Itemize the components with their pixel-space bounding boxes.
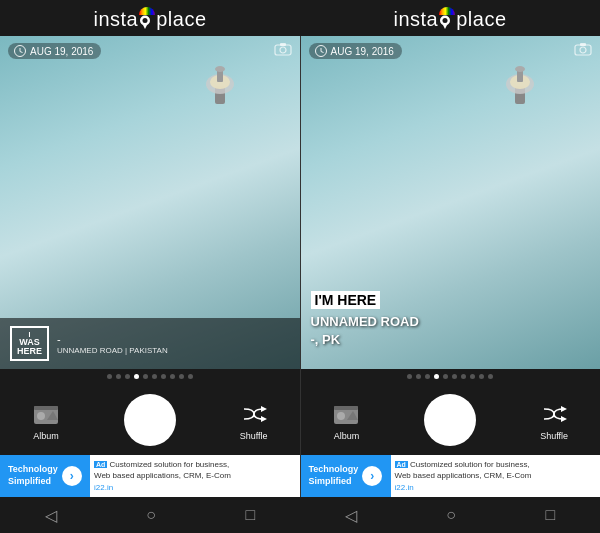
right-camera-overlay: I'M HERE UNNAMED ROAD -, PK (311, 291, 591, 349)
left-location-address: UNNAMED ROAD | PAKISTAN (57, 346, 168, 355)
right-recent-button[interactable]: □ (534, 502, 568, 528)
svg-rect-35 (334, 406, 358, 410)
right-panel: AUG 19, 2016 I'M HERE UNNAMED ROAD -, PK (300, 36, 601, 497)
svg-point-5 (443, 18, 448, 23)
right-location-name: UNNAMED ROAD (311, 313, 591, 331)
right-controls-row: Album Shuffle (301, 383, 601, 455)
dot (125, 374, 130, 379)
was-here-badge: I WAS HERE (10, 326, 49, 361)
dot (425, 374, 430, 379)
right-camera-view: AUG 19, 2016 I'M HERE UNNAMED ROAD -, PK (301, 36, 601, 369)
left-shuffle-button[interactable]: Shuffle (240, 400, 268, 441)
dot (461, 374, 466, 379)
right-location-sub: -, PK (311, 331, 591, 349)
svg-point-2 (143, 18, 148, 23)
svg-point-10 (215, 66, 225, 72)
right-shutter-button[interactable] (424, 394, 476, 446)
title-place-left: place (156, 8, 206, 31)
logo-rainbow-right (439, 7, 455, 15)
left-ad-badge: Ad (94, 461, 107, 468)
app-title-left: insta place (93, 8, 206, 31)
left-back-button[interactable]: ◁ (33, 502, 69, 529)
right-ad-left[interactable]: TechnologySimplified › (301, 455, 391, 497)
svg-rect-16 (280, 43, 286, 46)
svg-point-15 (280, 47, 286, 53)
svg-rect-18 (34, 406, 58, 410)
album-icon-left (32, 400, 60, 428)
right-ad-bar: TechnologySimplified › Ad Customized sol… (301, 455, 601, 497)
logo-pin-left (139, 15, 151, 29)
right-shuffle-label: Shuffle (540, 431, 568, 441)
left-camera-view: AUG 19, 2016 I WAS HERE (0, 36, 300, 369)
svg-marker-4 (442, 23, 448, 29)
dot (416, 374, 421, 379)
dot-active (134, 374, 139, 379)
camera-icon-left[interactable] (274, 42, 292, 60)
svg-point-32 (580, 47, 586, 53)
left-ad-left-text: TechnologySimplified (8, 464, 58, 487)
im-here-line: I'M HERE (311, 291, 381, 309)
clock-icon-right (315, 45, 327, 57)
left-location-dash: - (57, 333, 168, 345)
left-dots-row (0, 369, 300, 383)
dot (470, 374, 475, 379)
dot (488, 374, 493, 379)
shuffle-icon-right (540, 400, 568, 428)
svg-point-27 (515, 66, 525, 72)
left-ad-content: Ad Customized solution for business,Web … (90, 457, 300, 495)
dot (188, 374, 193, 379)
left-date-text: AUG 19, 2016 (30, 46, 93, 57)
app-title-right: insta place (393, 8, 506, 31)
album-icon-right (332, 400, 360, 428)
right-album-button[interactable]: Album (332, 400, 360, 441)
svg-marker-39 (561, 416, 567, 422)
svg-line-13 (20, 52, 23, 53)
title-insta-left: insta (93, 8, 138, 31)
dot (170, 374, 175, 379)
clock-icon-left (14, 45, 26, 57)
right-home-button[interactable]: ○ (434, 502, 468, 528)
shuffle-icon-left (240, 400, 268, 428)
svg-marker-38 (561, 406, 567, 412)
dot (152, 374, 157, 379)
right-dots-row (301, 369, 601, 383)
main-panels: AUG 19, 2016 I WAS HERE (0, 36, 600, 497)
logo-pin-right (439, 15, 451, 29)
right-ad-badge: Ad (395, 461, 408, 468)
left-album-button[interactable]: Album (32, 400, 60, 441)
left-shuffle-label: Shuffle (240, 431, 268, 441)
left-ad-bar: TechnologySimplified › Ad Customized sol… (0, 455, 300, 497)
badge-here: HERE (17, 347, 42, 356)
title-place-right: place (456, 8, 506, 31)
left-home-button[interactable]: ○ (134, 502, 168, 528)
svg-marker-22 (261, 416, 267, 422)
left-ad-arrow[interactable]: › (62, 466, 82, 486)
right-ad-domain: i22.in (395, 483, 414, 492)
left-shutter-button[interactable] (124, 394, 176, 446)
logo-rainbow-left (139, 7, 155, 15)
app-header: insta place insta place (0, 0, 600, 36)
left-date-badge: AUG 19, 2016 (8, 43, 101, 59)
dot-active (434, 374, 439, 379)
left-top-bar: AUG 19, 2016 (0, 36, 300, 66)
dot (161, 374, 166, 379)
right-back-button[interactable]: ◁ (333, 502, 369, 529)
dot (179, 374, 184, 379)
svg-marker-21 (261, 406, 267, 412)
dot (452, 374, 457, 379)
left-album-label: Album (33, 431, 59, 441)
left-ad-domain: i22.in (94, 483, 113, 492)
right-ad-arrow[interactable]: › (362, 466, 382, 486)
right-ad-content: Ad Customized solution for business,Web … (391, 457, 601, 495)
dot (479, 374, 484, 379)
svg-point-36 (337, 412, 345, 420)
left-recent-button[interactable]: □ (234, 502, 268, 528)
right-date-badge: AUG 19, 2016 (309, 43, 402, 59)
dot (443, 374, 448, 379)
title-insta-right: insta (393, 8, 438, 31)
camera-icon-right[interactable] (574, 42, 592, 60)
svg-line-30 (321, 52, 324, 53)
left-controls-row: Album Shuffle (0, 383, 300, 455)
left-ad-left[interactable]: TechnologySimplified › (0, 455, 90, 497)
right-shuffle-button[interactable]: Shuffle (540, 400, 568, 441)
